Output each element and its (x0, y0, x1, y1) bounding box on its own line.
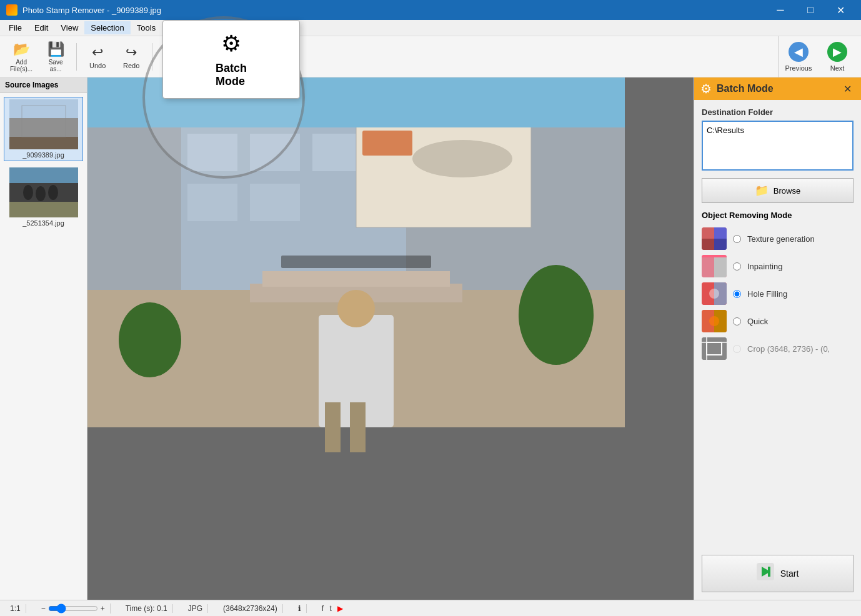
svg-point-31 (119, 302, 181, 377)
source-item-1[interactable]: _9099389.jpg (4, 97, 83, 161)
next-button[interactable]: ▶ Next (819, 36, 856, 77)
svg-rect-47 (702, 337, 727, 360)
undo-label: Undo (89, 62, 106, 69)
svg-rect-6 (9, 202, 78, 217)
browse-label: Browse (774, 186, 800, 196)
svg-point-27 (337, 290, 375, 327)
svg-rect-2 (9, 137, 78, 149)
mode-thumb-texture (702, 227, 727, 250)
radio-quick[interactable] (733, 317, 741, 325)
title-bar: Photo Stamp Remover - _9099389.jpg ─ □ ✕ (0, 0, 861, 20)
undo-button[interactable]: ↩ Undo (82, 39, 113, 74)
nav-separator (778, 36, 779, 77)
mode-inpainting-item[interactable]: Inpainting (702, 252, 854, 280)
undo-icon: ↩ (92, 44, 103, 61)
source-list: _9099389.jpg _5251354.jpg (0, 93, 87, 600)
maximize-button[interactable]: □ (796, 0, 825, 20)
svg-rect-29 (350, 402, 366, 452)
menu-tools[interactable]: Tools (131, 21, 162, 34)
mode-crop-item[interactable]: Crop (3648, 2736) - (0, (702, 335, 854, 362)
menu-file[interactable]: File (2, 21, 28, 34)
prev-icon: ◀ (789, 42, 809, 62)
toolbar: 📂 AddFile(s)... 💾 Saveas... ↩ Undo ↪ Red… (0, 36, 861, 77)
twitter-icon[interactable]: t (329, 604, 331, 613)
radio-hole-filling[interactable] (733, 290, 741, 298)
svg-rect-39 (714, 255, 727, 277)
toolbar-sep-1 (76, 43, 77, 71)
canvas-area (87, 77, 694, 600)
svg-point-43 (709, 289, 719, 299)
svg-rect-1 (9, 118, 78, 137)
redo-button[interactable]: ↪ Redo (116, 39, 147, 74)
title-bar-left: Photo Stamp Remover - _9099389.jpg (6, 4, 161, 16)
redo-label: Redo (123, 62, 139, 69)
source-thumb-2 (9, 167, 78, 217)
svg-point-20 (412, 140, 512, 177)
svg-rect-25 (262, 271, 450, 287)
svg-point-8 (36, 186, 46, 201)
minimize-button[interactable]: ─ (766, 0, 795, 20)
toolbox-title: Batch Mode (717, 83, 774, 94)
redo-icon: ↪ (126, 44, 137, 61)
zoom-status: 1:1 (5, 604, 26, 613)
destination-folder-label: Destination Folder (702, 107, 854, 117)
menu-edit[interactable]: Edit (28, 21, 54, 34)
source-label-1: _9099389.jpg (22, 151, 64, 159)
zoom-plus-icon: + (101, 604, 105, 613)
svg-rect-4 (9, 167, 78, 183)
radio-inpainting[interactable] (733, 262, 741, 271)
zoom-level: 1:1 (10, 604, 21, 613)
start-label: Start (780, 569, 799, 579)
batch-popup-gear-icon: ⚙ (221, 31, 241, 57)
nav-buttons: ◀ Previous ▶ Next (780, 36, 861, 77)
toolbox-gear-icon: ⚙ (700, 81, 712, 96)
mode-thumb-hole-filling (702, 282, 727, 305)
svg-point-9 (48, 185, 58, 200)
add-files-label: AddFile(s)... (10, 59, 32, 72)
format-status: JPG (183, 604, 208, 613)
mode-inpainting-label: Inpainting (747, 262, 782, 271)
destination-folder-input[interactable]: C:\Results (702, 121, 854, 171)
next-icon: ▶ (827, 42, 847, 62)
zoom-slider-container: − + (36, 604, 111, 614)
save-as-button[interactable]: 💾 Saveas... (40, 39, 71, 74)
mode-texture-item[interactable]: Texture generation (702, 225, 854, 252)
source-panel: Source Images _9099389.jpg (0, 77, 87, 600)
toolbox-title-area: ⚙ Batch Mode (700, 81, 774, 96)
svg-rect-36 (702, 239, 714, 250)
source-panel-header: Source Images (0, 77, 87, 93)
source-item-2[interactable]: _5251354.jpg (4, 165, 83, 229)
format-value: JPG (188, 604, 202, 613)
menu-bar: File Edit View Selection Tools Softbits … (0, 20, 861, 36)
status-bar: 1:1 − + Time (s): 0.1 JPG (3648x2736x24)… (0, 600, 861, 616)
svg-rect-40 (702, 255, 727, 257)
toolbox-close-button[interactable]: ✕ (840, 81, 855, 96)
time-value: 0.1 (157, 604, 167, 613)
mode-quick-item[interactable]: Quick (702, 307, 854, 335)
mode-quick-label: Quick (747, 317, 768, 326)
mode-texture-label: Texture generation (747, 234, 815, 244)
facebook-icon[interactable]: f (322, 604, 324, 613)
browse-button[interactable]: 📁 Browse (702, 178, 854, 203)
menu-view[interactable]: View (54, 21, 84, 34)
previous-button[interactable]: ◀ Previous (780, 36, 817, 77)
menu-selection[interactable]: Selection (84, 21, 130, 34)
svg-rect-15 (312, 134, 362, 171)
svg-rect-37 (714, 239, 727, 250)
browse-icon: 📁 (755, 184, 769, 197)
close-button[interactable]: ✕ (826, 0, 855, 20)
main-layout: Source Images _9099389.jpg (0, 77, 861, 600)
batch-popup-label: BatchMode (216, 62, 247, 88)
previous-label: Previous (785, 64, 812, 72)
svg-rect-0 (9, 99, 78, 118)
zoom-slider[interactable] (48, 604, 98, 614)
youtube-icon[interactable]: ▶ (337, 604, 343, 613)
mode-hole-filling-item[interactable]: Hole Filling (702, 280, 854, 307)
object-removing-label: Object Removing Mode (702, 211, 854, 220)
zoom-minus-icon: − (41, 604, 46, 613)
svg-rect-17 (250, 184, 300, 221)
radio-texture[interactable] (733, 235, 741, 243)
radio-crop[interactable] (733, 345, 741, 353)
start-button[interactable]: Start (702, 555, 854, 592)
add-files-button[interactable]: 📂 AddFile(s)... (5, 39, 37, 74)
